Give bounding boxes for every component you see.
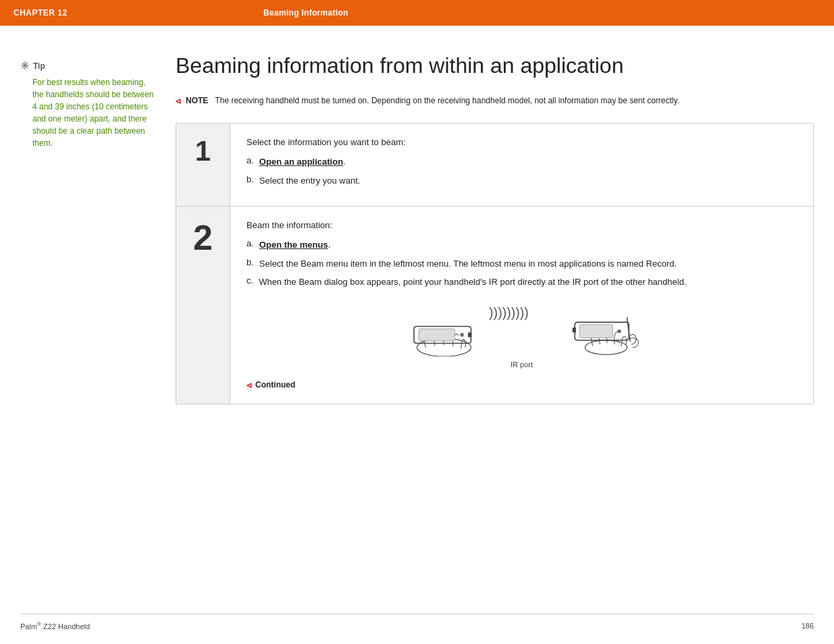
step-1: 1 Select the information you want to bea… <box>176 124 813 207</box>
open-application-link[interactable]: Open an application <box>259 157 343 167</box>
tip-container: ✳ Tip For best results when beaming, the… <box>20 59 155 149</box>
steps-container: 1 Select the information you want to bea… <box>176 123 814 404</box>
step-2-text-b: Select the Beam menu item in the leftmos… <box>259 257 677 271</box>
continued-text: Continued <box>255 380 295 390</box>
content-area: Beaming information from within an appli… <box>155 53 814 404</box>
step-1-text-a: Open an application. <box>259 155 346 169</box>
main-layout: ✳ Tip For best results when beaming, the… <box>0 26 834 445</box>
step-2-sub-a: a. Open the menus. <box>246 238 797 252</box>
ir-illustration: ))))))))) <box>246 302 797 369</box>
step-1-label-a: a. <box>246 155 254 165</box>
step-1-number: 1 <box>176 124 230 206</box>
step-2-label-b: b. <box>246 257 254 267</box>
svg-point-10 <box>617 329 621 333</box>
svg-point-6 <box>585 340 627 354</box>
step-1-sub-b: b. Select the entry you want. <box>246 174 797 188</box>
continued-note: ◃ Continued <box>246 379 797 390</box>
ir-drawing: ))))))))) <box>394 302 650 356</box>
tip-asterisk-icon: ✳ <box>20 59 29 72</box>
svg-point-4 <box>460 333 463 336</box>
header-section-title: Beaming Information <box>263 8 348 18</box>
continued-icon: ◃ <box>246 379 251 390</box>
svg-point-0 <box>417 338 471 356</box>
svg-text:))))))))): ))))))))) <box>489 305 529 320</box>
tip-label: Tip <box>33 61 45 71</box>
note-box: ◃ NOTE The receiving handheld must be tu… <box>176 95 814 107</box>
step-1-sub-a: a. Open an application. <box>246 155 797 169</box>
step-2-label-a: a. <box>246 238 254 248</box>
svg-rect-9 <box>579 325 613 338</box>
note-text: The receiving handheld must be turned on… <box>211 96 679 105</box>
handheld-beaming-svg: ))))))))) <box>394 302 650 356</box>
step-2-num-text: 2 <box>193 220 213 255</box>
page-heading: Beaming information from within an appli… <box>176 53 814 78</box>
step-1-num-text: 1 <box>195 137 211 165</box>
step-2-content: Beam the information: a. Open the menus.… <box>230 207 813 404</box>
svg-rect-8 <box>572 327 575 332</box>
ir-label: IR port <box>511 360 533 369</box>
step-2-sub-b: b. Select the Beam menu item in the left… <box>246 257 797 271</box>
footer: Palm® Z22 Handheld 186 <box>20 614 814 630</box>
step-2-text-a: Open the menus. <box>259 238 330 252</box>
step-2-sub-c: c. When the Beam dialog box appears, poi… <box>246 275 797 289</box>
step-1-content: Select the information you want to beam:… <box>230 124 813 206</box>
note-icon: ◃ <box>176 95 180 106</box>
sidebar: ✳ Tip For best results when beaming, the… <box>20 53 155 404</box>
note-label: NOTE <box>186 96 208 105</box>
header-chapter: CHAPTER 12 <box>14 8 263 18</box>
open-menus-link[interactable]: Open the menus <box>259 240 328 250</box>
step-2-main-text: Beam the information: <box>246 220 797 230</box>
step-1-label-b: b. <box>246 174 254 184</box>
tip-text: For best results when beaming, the handh… <box>20 76 155 149</box>
footer-page-number: 186 <box>802 622 814 630</box>
step-2-text-c: When the Beam dialog box appears, point … <box>259 275 686 289</box>
footer-left: Palm® Z22 Handheld <box>20 621 90 630</box>
svg-rect-2 <box>468 332 471 337</box>
tip-header: ✳ Tip <box>20 59 155 72</box>
step-1-text-b: Select the entry you want. <box>259 174 361 188</box>
step-2-number: 2 <box>176 207 230 404</box>
svg-rect-3 <box>419 329 454 341</box>
header-bar: CHAPTER 12 Beaming Information <box>0 0 834 26</box>
step-2: 2 Beam the information: a. Open the menu… <box>176 207 813 404</box>
step-2-label-c: c. <box>246 275 253 286</box>
step-1-main-text: Select the information you want to beam: <box>246 137 797 147</box>
registered-mark: ® <box>37 621 41 627</box>
note-content: NOTE The receiving handheld must be turn… <box>186 95 679 107</box>
